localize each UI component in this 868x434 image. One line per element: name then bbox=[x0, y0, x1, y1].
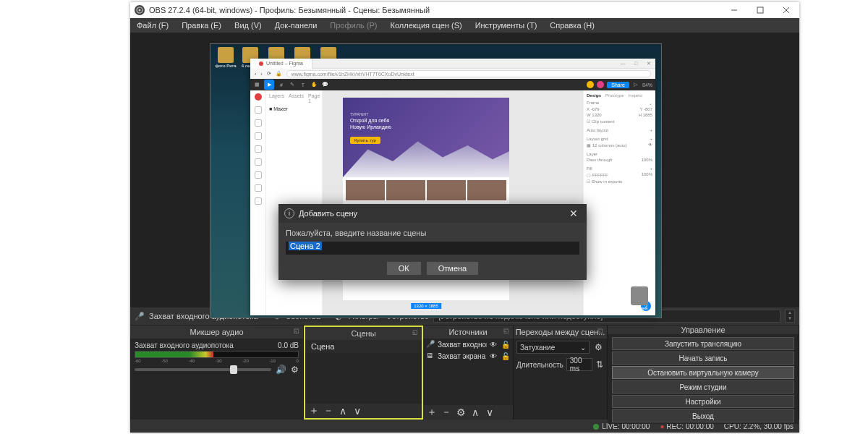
artboard-size-label: 1320 × 1885 bbox=[411, 303, 441, 309]
dialog-title: Добавить сцену bbox=[299, 209, 566, 218]
desktop-icon: фото Рита bbox=[215, 47, 237, 72]
add-source-icon[interactable]: ＋ bbox=[426, 407, 438, 418]
popout-icon[interactable]: ◱ bbox=[597, 328, 605, 335]
obs-app-icon bbox=[135, 5, 145, 15]
settings-button[interactable]: Настройки bbox=[612, 395, 794, 408]
cancel-button[interactable]: Отмена bbox=[427, 262, 478, 275]
nav-reload-icon: ⟳ bbox=[267, 71, 271, 77]
add-scene-icon[interactable]: ＋ bbox=[308, 405, 320, 417]
menu-bar: Файл (F) Правка (E) Вид (V) Док-панели П… bbox=[130, 18, 799, 33]
sidebar-dot-icon bbox=[255, 132, 262, 140]
dialog-label: Пожалуйста, введите название сцены bbox=[286, 229, 579, 237]
info-icon: i bbox=[284, 208, 294, 218]
source-item[interactable]: 🖥Захват экрана👁🔓 bbox=[423, 350, 513, 362]
start-recording-button[interactable]: Начать запись bbox=[612, 352, 794, 365]
transitions-panel: Переходы между сцен...◱ Затухание⌄ ⚙ Дли… bbox=[514, 326, 608, 420]
sidebar-dot-icon bbox=[255, 184, 262, 192]
mic-icon: 🎤 bbox=[426, 340, 435, 349]
sidebar-dot-icon bbox=[255, 197, 262, 205]
svg-rect-3 bbox=[757, 7, 763, 13]
browser-min-icon: — bbox=[616, 61, 629, 66]
sidebar-dot-icon bbox=[255, 171, 262, 179]
figma-layers-panel: LayersAssetsPage 1 ■ Макет bbox=[266, 90, 323, 315]
minimize-button[interactable] bbox=[721, 2, 747, 18]
visibility-icon[interactable]: 👁 bbox=[490, 352, 498, 360]
menu-docks[interactable]: Док-панели bbox=[268, 18, 324, 33]
browser-address-bar: ‹ › ⟳ 🔒 www.figma.com/file/v1hZHkVxhVHT7… bbox=[250, 69, 655, 79]
remove-scene-icon[interactable]: － bbox=[323, 405, 334, 417]
sidebar-dot-icon bbox=[255, 106, 262, 114]
dialog-header: i Добавить сцену ✕ bbox=[278, 204, 587, 223]
ok-button[interactable]: ОК bbox=[387, 262, 421, 275]
source-gear-icon[interactable]: ⚙ bbox=[455, 407, 467, 418]
panel-title: Микшер аудио bbox=[190, 328, 243, 336]
menu-help[interactable]: Справка (H) bbox=[543, 18, 600, 33]
browser-max-icon: □ bbox=[629, 61, 642, 66]
menu-file[interactable]: Файл (F) bbox=[130, 18, 175, 33]
figma-text-icon: T bbox=[299, 81, 307, 88]
menu-scene-collection[interactable]: Коллекция сцен (S) bbox=[384, 18, 469, 33]
lock-icon[interactable]: 🔓 bbox=[501, 352, 510, 360]
menu-tools[interactable]: Инструменты (T) bbox=[469, 18, 544, 33]
scene-item[interactable]: Сцена bbox=[305, 340, 422, 353]
figma-menu-icon: ▦ bbox=[253, 81, 260, 88]
device-spinner[interactable]: ▲▼ bbox=[785, 310, 795, 323]
sources-panel: Источники◱ 🎤Захват входного👁🔓 🖥Захват эк… bbox=[423, 326, 514, 420]
transition-select[interactable]: Затухание⌄ bbox=[516, 341, 590, 354]
dialog-close-icon[interactable]: ✕ bbox=[566, 208, 581, 219]
scene-name-input[interactable]: Сцена 2 bbox=[286, 242, 579, 255]
browser-tab: Untitled – Figma bbox=[250, 59, 312, 69]
close-button[interactable] bbox=[773, 2, 799, 18]
browser-sidebar bbox=[250, 90, 266, 315]
scene-down-icon[interactable]: ∨ bbox=[352, 405, 363, 417]
menu-view[interactable]: Вид (V) bbox=[228, 18, 268, 33]
svg-point-1 bbox=[139, 9, 141, 12]
figma-canvas: ТУРАГЕНТОткрой для себяНовую Ирландию Ку… bbox=[323, 90, 583, 315]
browser-tabbar: Untitled – Figma — □ ✕ bbox=[250, 59, 655, 69]
menu-profile[interactable]: Профиль (P) bbox=[323, 18, 383, 33]
studio-mode-button[interactable]: Режим студии bbox=[612, 380, 794, 393]
figma-toolbar: ▦ ▶ # ✎ T ✋ 💬 Share ▷ 84% bbox=[250, 79, 655, 90]
nav-back-icon: ‹ bbox=[255, 72, 256, 77]
nav-fwd-icon: › bbox=[260, 72, 262, 77]
scene-up-icon[interactable]: ∧ bbox=[337, 405, 349, 417]
mic-icon: 🎤 bbox=[135, 311, 145, 321]
duration-input[interactable]: 300 ms bbox=[566, 358, 592, 371]
display-icon: 🖥 bbox=[426, 352, 435, 360]
transition-gear-icon[interactable]: ⚙ bbox=[592, 342, 604, 352]
popout-icon[interactable]: ◱ bbox=[503, 328, 511, 335]
popout-icon[interactable]: ◱ bbox=[412, 329, 420, 336]
recycle-bin: Корзина bbox=[631, 286, 648, 310]
visibility-icon[interactable]: 👁 bbox=[490, 341, 498, 349]
duration-spin-icon[interactable]: ⇅ bbox=[595, 359, 604, 370]
start-streaming-button[interactable]: Запустить трансляцию bbox=[612, 337, 794, 350]
volume-slider[interactable] bbox=[135, 368, 271, 371]
remove-source-icon[interactable]: － bbox=[441, 407, 452, 418]
source-item[interactable]: 🎤Захват входного👁🔓 bbox=[423, 339, 513, 350]
stop-virtual-cam-button[interactable]: Остановить виртуальную камеру bbox=[612, 366, 794, 379]
scenes-panel: Сцены◱ Сцена ＋ － ∧ ∨ bbox=[304, 326, 423, 420]
figma-zoom: 84% bbox=[642, 82, 652, 88]
maximize-button[interactable] bbox=[747, 2, 773, 18]
audio-mixer-panel: Микшер аудио◱ Захват входного аудиопоток… bbox=[130, 326, 304, 420]
channel-gear-icon[interactable]: ⚙ bbox=[291, 365, 299, 375]
hero-cta: Купить тур bbox=[350, 137, 380, 144]
preview-area: фото Рита 4 лекция Untitled – Figma — □ … bbox=[130, 33, 799, 307]
exit-button[interactable]: Выход bbox=[612, 409, 794, 422]
figma-design-panel: DesignPrototypeInspect Frame⌄ X -679Y -8… bbox=[583, 90, 655, 315]
figma-frame-icon: # bbox=[278, 81, 285, 88]
speaker-icon[interactable]: 🔊 bbox=[276, 365, 286, 375]
source-down-icon[interactable]: ∨ bbox=[484, 407, 495, 418]
menu-edit[interactable]: Правка (E) bbox=[175, 18, 228, 33]
mixer-channel-name: Захват входного аудиопотока bbox=[135, 341, 234, 349]
lock-icon: 🔒 bbox=[276, 71, 282, 77]
figma-move-tool-icon: ▶ bbox=[264, 80, 274, 90]
lock-icon[interactable]: 🔓 bbox=[501, 341, 510, 349]
browser-close-icon: ✕ bbox=[642, 61, 655, 67]
status-dot-icon bbox=[593, 424, 599, 430]
popout-icon[interactable]: ◱ bbox=[294, 328, 301, 335]
source-up-icon[interactable]: ∧ bbox=[469, 407, 481, 418]
panel-title: Переходы между сцен... bbox=[516, 328, 605, 336]
window-title: OBS 27.2.4 (64-bit, windows) - Профиль: … bbox=[149, 6, 721, 14]
vu-meter bbox=[135, 351, 299, 358]
